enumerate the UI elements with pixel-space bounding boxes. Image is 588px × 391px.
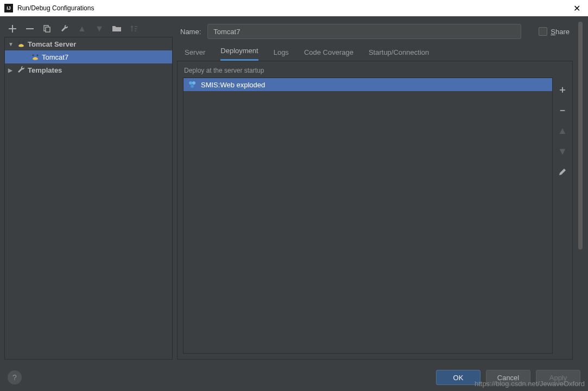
artifact-list[interactable]: SMIS:Web exploded — [183, 78, 553, 354]
deployment-panel: Deploy at the server startup SMIS:Web ex… — [177, 61, 573, 360]
sort-icon — [129, 24, 139, 34]
dialog-footer: ? OK Cancel Apply — [0, 364, 588, 391]
tab-server[interactable]: Server — [185, 45, 205, 61]
checkbox-icon[interactable] — [539, 27, 547, 36]
help-button[interactable]: ? — [8, 370, 22, 384]
tree-item-label: Tomcat7 — [42, 53, 68, 61]
chevron-down-icon: ▼ — [8, 41, 15, 47]
svg-rect-2 — [46, 27, 50, 32]
artifact-icon — [188, 80, 197, 89]
artifact-side-toolbar: ＋ － ▲ ▼ — [553, 78, 572, 359]
remove-artifact-icon[interactable]: － — [556, 104, 569, 117]
config-tabs: Server Deployment Logs Code Coverage Sta… — [177, 42, 573, 61]
svg-rect-0 — [26, 28, 34, 29]
tomcat-icon — [31, 53, 40, 61]
config-toolbar: ▲ ▼ — [4, 21, 173, 37]
artifact-row[interactable]: SMIS:Web exploded — [184, 78, 552, 91]
tree-group-tomcat[interactable]: ▼ Tomcat Server — [5, 37, 172, 50]
move-up-icon: ▲ — [556, 124, 569, 137]
svg-point-4 — [192, 81, 195, 85]
svg-point-3 — [189, 81, 192, 85]
close-icon[interactable]: ✕ — [570, 3, 584, 14]
tree-group-label: Tomcat Server — [28, 40, 76, 48]
tab-deployment[interactable]: Deployment — [220, 43, 258, 61]
deploy-section-label: Deploy at the server startup — [178, 61, 572, 78]
share-checkbox[interactable]: Share — [539, 27, 570, 36]
title-bar: IJ Run/Debug Configurations ✕ — [0, 0, 588, 16]
tree-group-label: Templates — [28, 66, 62, 74]
remove-icon[interactable] — [25, 24, 35, 34]
copy-icon[interactable] — [42, 24, 52, 34]
move-down-icon: ▼ — [94, 24, 104, 34]
svg-point-5 — [191, 85, 194, 88]
move-up-icon: ▲ — [77, 24, 87, 34]
edit-artifact-icon[interactable] — [556, 165, 569, 178]
add-artifact-icon[interactable]: ＋ — [556, 83, 569, 96]
app-icon: IJ — [4, 4, 13, 12]
chevron-right-icon: ▶ — [8, 67, 15, 73]
tree-group-templates[interactable]: ▶ Templates — [5, 63, 172, 76]
apply-button[interactable]: Apply — [536, 370, 580, 385]
folder-icon[interactable] — [112, 24, 122, 34]
wrench-icon[interactable] — [60, 24, 69, 34]
wrench-icon — [17, 66, 26, 74]
cancel-button[interactable]: Cancel — [486, 370, 530, 385]
tab-logs[interactable]: Logs — [274, 45, 289, 61]
window-title: Run/Debug Configurations — [17, 4, 570, 12]
add-icon[interactable] — [8, 24, 17, 34]
scrollbar[interactable] — [577, 21, 584, 360]
tomcat-icon — [17, 40, 26, 48]
artifact-label: SMIS:Web exploded — [201, 81, 265, 89]
tree-item-tomcat7[interactable]: Tomcat7 — [5, 50, 172, 63]
tab-code-coverage[interactable]: Code Coverage — [304, 45, 353, 61]
move-down-icon: ▼ — [556, 145, 569, 158]
name-label: Name: — [180, 28, 201, 36]
config-tree[interactable]: ▼ Tomcat Server Tomcat7 ▶ Templates — [4, 37, 173, 360]
ok-button[interactable]: OK — [436, 370, 480, 385]
name-input[interactable] — [207, 24, 521, 39]
share-label: Share — [551, 28, 570, 36]
tab-startup-connection[interactable]: Startup/Connection — [369, 45, 429, 61]
